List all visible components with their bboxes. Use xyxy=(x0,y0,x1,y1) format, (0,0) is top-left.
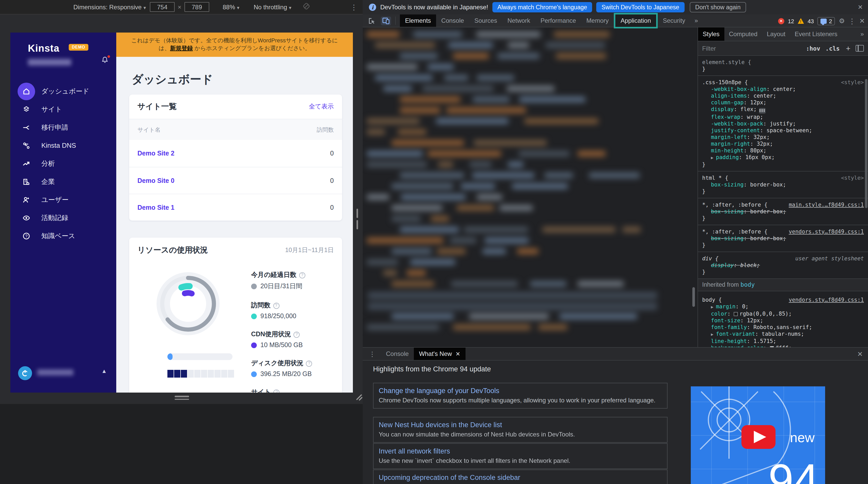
tab-security[interactable]: Security xyxy=(658,14,690,27)
sidebar-item-nav5[interactable]: 企業 xyxy=(10,172,116,191)
viewport-height-drag-handle[interactable] xyxy=(175,396,189,400)
styles-tab-computed[interactable]: Computed xyxy=(724,27,762,41)
warning-count[interactable]: 43 xyxy=(808,18,814,24)
more-tabs-icon[interactable]: » xyxy=(690,17,702,24)
devtools-menu-icon[interactable]: ⋮ xyxy=(848,17,856,25)
whats-new-item-link[interactable]: Upcoming deprecation of the Console side… xyxy=(379,474,662,481)
match-chrome-language-button[interactable]: Always match Chrome's language xyxy=(492,2,592,12)
warnings-icon[interactable]: ! xyxy=(798,18,804,24)
stylesheet-link[interactable]: vendors.sty…f8d49.css:1 xyxy=(789,228,864,235)
site-link[interactable]: Demo Site 1 xyxy=(137,204,175,211)
elements-dom-tree-blurred[interactable]: …htmlbodydiv#rootdivdiv.css-rlhuro.en65c… xyxy=(363,27,696,336)
css-declaration[interactable]: display: block; xyxy=(702,262,864,268)
css-declaration[interactable]: box-sizing: border-box; xyxy=(702,181,864,188)
sidebar-item-nav4[interactable]: 分析 xyxy=(10,155,116,172)
help-icon[interactable]: ? xyxy=(273,302,279,309)
help-icon[interactable]: ? xyxy=(299,272,305,278)
viewport-width-input[interactable]: 754 xyxy=(150,2,175,12)
css-declaration[interactable]: align-items: center; xyxy=(702,93,864,99)
sidebar-item-kinsta-dns[interactable]: Kinsta DNS xyxy=(10,136,116,155)
whats-new-tab-close-icon[interactable]: ✕ xyxy=(456,351,460,357)
sidebar-item-nav8[interactable]: ?知識ベース xyxy=(10,227,116,245)
drawer-tab-console[interactable]: Console xyxy=(381,348,414,360)
expand-arrow-icon[interactable]: ▶ xyxy=(711,304,716,309)
css-declaration[interactable]: background-color: #fff; xyxy=(702,344,864,347)
help-icon[interactable]: ? xyxy=(274,389,280,393)
css-declaration[interactable]: margin-left: 32px; xyxy=(702,133,864,140)
css-declaration[interactable]: margin-right: 32px; xyxy=(702,140,864,147)
kinsta-logo[interactable]: Kinsta xyxy=(28,43,59,54)
device-toolbar-menu-icon[interactable]: ⋮ xyxy=(350,3,358,11)
view-all-link[interactable]: 全て表示 xyxy=(309,102,334,111)
css-declaration[interactable]: -webkit-box-align: center; xyxy=(702,86,864,93)
error-count[interactable]: 12 xyxy=(788,18,795,24)
whats-new-item-link[interactable]: New Nest Hub devices in the Device list xyxy=(379,421,662,429)
css-declaration[interactable]: box-sizing: border-box; xyxy=(702,235,864,241)
css-declaration[interactable]: ▶ margin: 0; xyxy=(702,303,864,310)
help-icon[interactable]: ? xyxy=(293,331,300,337)
css-declaration[interactable]: box-sizing: border-box; xyxy=(702,208,864,215)
devtools-close-icon[interactable]: ✕ xyxy=(859,17,865,25)
styles-more-tabs-icon[interactable]: » xyxy=(857,27,868,41)
flex-editor-icon[interactable] xyxy=(759,108,766,114)
stylesheet-link[interactable]: main.style.…f8d49.css:1 xyxy=(789,201,864,208)
viewport-height-input[interactable]: 789 xyxy=(184,2,209,12)
whats-new-item-link[interactable]: Invert all network filters xyxy=(379,447,662,455)
css-declaration[interactable]: display: flex; xyxy=(702,106,864,114)
css-declaration[interactable]: color: rgba(0,0,0,.85); xyxy=(702,310,864,317)
css-declaration[interactable]: column-gap: 12px; xyxy=(702,99,864,106)
infobar-close-icon[interactable]: ✕ xyxy=(858,4,863,11)
sidebar-account-row[interactable]: ▲ xyxy=(10,363,116,386)
styles-tab-event-listeners[interactable]: Event Listeners xyxy=(790,27,842,41)
sidebar-item-nav6[interactable]: ユーザー xyxy=(10,191,116,209)
css-declaration[interactable]: font-size: 12px; xyxy=(702,317,864,324)
toggle-hover-state[interactable]: :hov xyxy=(806,45,820,52)
sidebar-item-nav2[interactable]: 移行申請 xyxy=(10,118,116,136)
toggle-device-toolbar-icon[interactable] xyxy=(381,16,391,25)
tab-application[interactable]: Application xyxy=(614,13,657,28)
issues-badge[interactable]: 2 xyxy=(817,17,835,25)
tab-sources[interactable]: Sources xyxy=(469,14,502,27)
site-link[interactable]: Demo Site 0 xyxy=(137,177,175,184)
tab-performance[interactable]: Performance xyxy=(535,14,581,27)
sidebar-item-nav7[interactable]: 活動記録 xyxy=(10,209,116,227)
tab-console[interactable]: Console xyxy=(436,14,469,27)
styles-filter-input[interactable]: Filter xyxy=(702,45,801,52)
toggle-classes[interactable]: .cls xyxy=(826,45,840,52)
toggle-sidebar-icon[interactable] xyxy=(856,45,864,52)
stylesheet-link[interactable]: vendors.sty…f8d49.css:1 xyxy=(789,296,864,303)
drawer-menu-icon[interactable]: ⋮ xyxy=(363,348,381,360)
settings-gear-icon[interactable]: ⚙ xyxy=(839,17,845,25)
styles-scrollbar[interactable] xyxy=(865,79,867,208)
css-declaration[interactable]: line-height: 1.5715; xyxy=(702,337,864,344)
sidebar-item-nav0[interactable]: ダッシュボード xyxy=(10,82,116,100)
css-declaration[interactable]: justify-content: space-between; xyxy=(702,127,864,133)
whats-new-item-link[interactable]: Change the language of your DevTools xyxy=(379,387,662,395)
site-link[interactable]: Demo Site 2 xyxy=(137,150,175,157)
new-style-rule-icon[interactable]: + xyxy=(846,44,850,53)
throttling-select[interactable]: No throttling▼ xyxy=(254,3,292,10)
tab-memory[interactable]: Memory xyxy=(581,14,614,27)
tab-elements[interactable]: Elements xyxy=(400,14,436,27)
styles-tab-styles[interactable]: Styles xyxy=(698,27,724,41)
signup-link[interactable]: 新規登録 xyxy=(170,45,193,51)
expand-arrow-icon[interactable]: ▶ xyxy=(711,332,716,336)
inspect-element-icon[interactable] xyxy=(368,17,376,25)
styles-tab-layout[interactable]: Layout xyxy=(762,27,790,41)
css-declaration[interactable]: ▶ padding: 16px 0px; xyxy=(702,154,864,161)
dont-show-again-button[interactable]: Don't show again xyxy=(689,2,746,12)
dimensions-select[interactable]: Dimensions: Responsive▼ xyxy=(73,3,147,10)
color-swatch[interactable] xyxy=(734,312,738,316)
drawer-tab-whats-new[interactable]: What's New ✕ xyxy=(414,348,466,360)
drawer-close-icon[interactable]: ✕ xyxy=(857,350,863,358)
css-declaration[interactable]: min-height: 80px; xyxy=(702,147,864,154)
errors-icon[interactable]: ✕ xyxy=(778,18,784,24)
zoom-select[interactable]: 88%▼ xyxy=(223,3,240,10)
help-icon[interactable]: ? xyxy=(306,360,312,366)
css-declaration[interactable]: font-family: Roboto,sans-serif; xyxy=(702,324,864,330)
rotate-device-icon[interactable] xyxy=(303,3,310,11)
notification-bell-icon[interactable] xyxy=(101,56,110,65)
chrome-94-video-thumbnail[interactable]: new 94 xyxy=(691,386,825,484)
sidebar-item-nav1[interactable]: サイト xyxy=(10,100,116,118)
switch-to-japanese-button[interactable]: Switch DevTools to Japanese xyxy=(596,2,684,12)
